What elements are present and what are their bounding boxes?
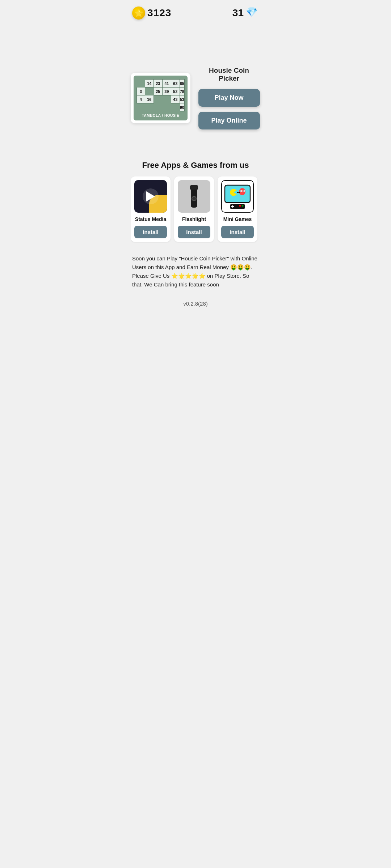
free-apps-title: Free Apps & Games from us xyxy=(131,161,260,170)
coin-count: 3123 xyxy=(147,7,171,19)
flashlight-head xyxy=(190,185,198,190)
description-text: Soon you can Play "Housie Coin Picker" w… xyxy=(132,254,259,289)
version-text: v0.2.8(28) xyxy=(183,301,208,307)
header-coins: ⭐ 3123 xyxy=(132,7,171,20)
svg-rect-1 xyxy=(227,187,248,200)
game-card-section: 14 23 41 63 85 3 25 39 52 78 4 16 xyxy=(125,59,266,137)
play-online-button[interactable]: Play Online xyxy=(198,112,260,129)
app-name-status-media: Status Media xyxy=(135,216,166,222)
app-card-status-media: Status Media Install xyxy=(131,176,171,242)
svg-point-10 xyxy=(239,192,240,193)
svg-point-9 xyxy=(237,192,239,193)
flashlight-button xyxy=(192,196,197,201)
flashlight-icon xyxy=(178,180,210,213)
app-name-minigames: Mini Games xyxy=(223,216,252,222)
svg-point-8 xyxy=(243,191,244,192)
free-apps-section: Free Apps & Games from us Status Media I… xyxy=(125,155,266,251)
app-icon-minigames-wrapper xyxy=(221,180,254,213)
gem-icon: 💎 xyxy=(246,7,259,20)
coin-icon: ⭐ xyxy=(132,7,145,20)
app-card-flashlight: Flashlight Install xyxy=(174,176,214,242)
flashlight-main xyxy=(191,190,197,208)
ad-banner xyxy=(125,23,266,59)
tambola-label: TAMBOLA / HOUSIE xyxy=(136,114,185,118)
install-flashlight-button[interactable]: Install xyxy=(178,226,210,238)
tambola-card-inner: 14 23 41 63 85 3 25 39 52 78 4 16 xyxy=(134,76,188,120)
description-section: Soon you can Play "Housie Coin Picker" w… xyxy=(125,251,266,295)
play-triangle-icon xyxy=(146,191,155,201)
app-card-minigames: Mini Games Install xyxy=(218,176,257,242)
game-title: Housie Coin Picker xyxy=(198,67,260,82)
install-status-media-button[interactable]: Install xyxy=(134,226,167,238)
header: ⭐ 3123 31 💎 xyxy=(125,0,266,23)
app-icon-flashlight-wrapper xyxy=(178,180,210,213)
app-name-flashlight: Flashlight xyxy=(182,216,206,222)
svg-point-14 xyxy=(239,205,241,207)
app-icon-status-media-wrapper xyxy=(134,180,167,213)
apps-row: Status Media Install Flashlight Install xyxy=(131,176,260,243)
play-now-button[interactable]: Play Now xyxy=(198,89,260,107)
minigames-svg xyxy=(223,182,252,210)
gem-count: 31 xyxy=(232,7,244,19)
header-gems: 31 💎 xyxy=(232,7,259,20)
status-media-icon xyxy=(134,180,167,213)
spacer xyxy=(125,137,266,155)
install-minigames-button[interactable]: Install xyxy=(221,226,254,238)
tambola-grid: 14 23 41 63 85 3 25 39 52 78 4 16 xyxy=(136,79,185,111)
svg-point-4 xyxy=(239,188,245,195)
version-section: v0.2.8(28) xyxy=(125,295,266,318)
flashlight-body xyxy=(190,185,198,208)
minigames-icon xyxy=(221,180,254,213)
svg-point-15 xyxy=(242,205,244,207)
tambola-card: 14 23 41 63 85 3 25 39 52 78 4 16 xyxy=(131,73,190,123)
game-actions: Housie Coin Picker Play Now Play Online xyxy=(198,67,260,129)
svg-point-7 xyxy=(240,191,241,192)
